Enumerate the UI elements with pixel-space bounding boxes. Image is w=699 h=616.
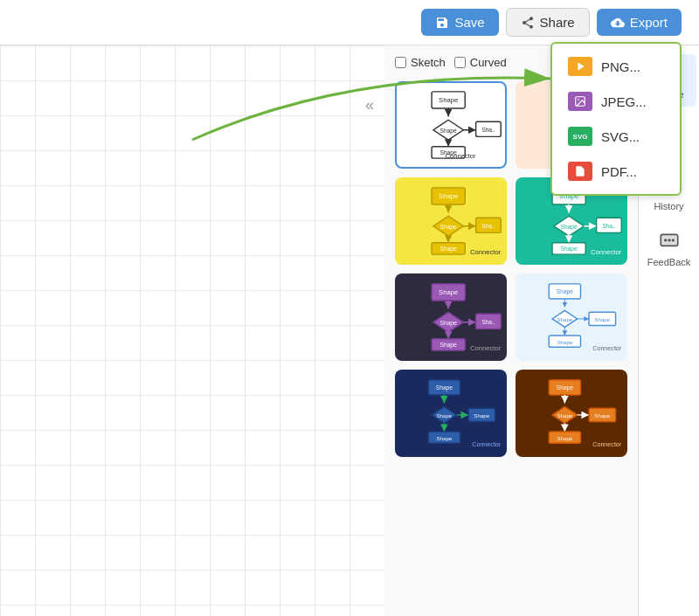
export-png-item[interactable]: PNG... bbox=[552, 49, 680, 84]
export-dropdown: PNG... JPEG... SVG SVG... PDF... bbox=[550, 42, 682, 196]
svg-point-110 bbox=[671, 239, 674, 241]
svg-text:Shape: Shape bbox=[439, 96, 458, 104]
sidebar-feedback-label: FeedBack bbox=[647, 257, 691, 267]
theme-card-default-inner: Shape Shape Sha.. bbox=[397, 83, 505, 167]
svg-text:Shape: Shape bbox=[436, 412, 452, 419]
png-icon bbox=[568, 57, 592, 76]
curved-checkbox-label[interactable]: Curved bbox=[454, 56, 507, 69]
svg-text:Connector: Connector bbox=[470, 248, 502, 256]
export-button[interactable]: Export bbox=[597, 9, 682, 36]
svg-text:Shape: Shape bbox=[561, 224, 578, 231]
theme-diagram-default: Shape Shape Sha.. bbox=[397, 87, 505, 163]
svg-text:Sha..: Sha.. bbox=[481, 319, 495, 325]
svg-text:Shape: Shape bbox=[594, 412, 610, 419]
theme-card-default[interactable]: Shape Shape Sha.. bbox=[395, 81, 507, 169]
theme-diagram-dark-brown: Shape Shape Shape Shape Connector bbox=[517, 375, 626, 452]
toolbar: Save Share Export bbox=[0, 0, 699, 45]
theme-card-light-blue-inner: Shape Shape Shape Shape Connector bbox=[517, 275, 626, 359]
theme-diagram-light-blue: Shape Shape Shape Shape Connector bbox=[517, 279, 626, 356]
theme-card-dark-brown-inner: Shape Shape Shape Shape Connector bbox=[517, 371, 626, 455]
svg-text:Shape: Shape bbox=[440, 342, 458, 349]
sketch-label: Sketch bbox=[411, 56, 446, 69]
svg-text:Shape: Shape bbox=[474, 412, 489, 419]
svg-text:Connector: Connector bbox=[592, 441, 622, 448]
svg-text:Shape: Shape bbox=[436, 384, 453, 391]
sketch-checkbox-label[interactable]: Sketch bbox=[395, 56, 446, 69]
export-label: Export bbox=[630, 15, 668, 30]
save-button[interactable]: Save bbox=[421, 9, 498, 36]
theme-card-dark-brown[interactable]: Shape Shape Shape Shape Connector bbox=[516, 370, 627, 457]
svg-point-108 bbox=[664, 239, 667, 241]
svg-text:Shape: Shape bbox=[436, 435, 452, 441]
theme-diagram-dark: Shape Shape Sha.. Shape Connector bbox=[397, 279, 505, 356]
canvas-area[interactable]: « bbox=[0, 45, 384, 616]
svg-text:Shape: Shape bbox=[440, 246, 458, 253]
jpeg-icon bbox=[568, 92, 592, 111]
sidebar-history-label: History bbox=[654, 201, 683, 211]
share-icon bbox=[521, 16, 535, 30]
svg-text:Shape: Shape bbox=[439, 192, 458, 200]
svg-text:Shape: Shape bbox=[557, 412, 572, 419]
export-svg-item[interactable]: SVG SVG... bbox=[552, 119, 680, 154]
export-jpeg-item[interactable]: JPEG... bbox=[552, 84, 680, 119]
svg-point-109 bbox=[668, 239, 670, 241]
theme-card-yellow-inner: Shape Shape Sha.. Shape Connector bbox=[397, 179, 505, 263]
export-icon bbox=[611, 16, 625, 30]
save-icon bbox=[435, 16, 449, 30]
export-pdf-item[interactable]: PDF... bbox=[552, 154, 680, 189]
svg-text:Shape: Shape bbox=[439, 288, 458, 296]
svg-text:Shape: Shape bbox=[557, 384, 574, 391]
svg-label: SVG... bbox=[601, 129, 640, 144]
svg-text:Shape: Shape bbox=[440, 128, 458, 135]
svg-point-1 bbox=[578, 99, 579, 100]
share-label: Share bbox=[540, 15, 575, 30]
curved-checkbox[interactable] bbox=[454, 57, 466, 68]
collapse-button[interactable]: « bbox=[365, 96, 374, 114]
svg-text:Shape: Shape bbox=[561, 246, 578, 253]
theme-diagram-yellow: Shape Shape Sha.. Shape Connector bbox=[397, 183, 505, 260]
svg-text:Shape: Shape bbox=[440, 320, 458, 327]
png-label: PNG... bbox=[601, 59, 640, 74]
svg-text:Connector: Connector bbox=[592, 345, 622, 352]
theme-card-dark[interactable]: Shape Shape Sha.. Shape Connector bbox=[395, 273, 507, 361]
svg-text:Sha..: Sha.. bbox=[602, 223, 616, 229]
svg-text:Connector: Connector bbox=[591, 248, 622, 256]
share-button[interactable]: Share bbox=[506, 8, 590, 37]
theme-card-dark-inner: Shape Shape Sha.. Shape Connector bbox=[397, 275, 505, 359]
jpeg-label: JPEG... bbox=[601, 94, 647, 109]
svg-text:Sha..: Sha.. bbox=[481, 127, 495, 133]
svg-text:Connector: Connector bbox=[445, 152, 476, 160]
save-label: Save bbox=[454, 15, 484, 30]
svg-text:Shape: Shape bbox=[557, 435, 572, 441]
pdf-icon bbox=[568, 162, 592, 181]
theme-card-yellow[interactable]: Shape Shape Sha.. Shape Connector bbox=[395, 177, 507, 265]
pdf-label: PDF... bbox=[601, 164, 637, 179]
svg-text:Connector: Connector bbox=[472, 441, 502, 448]
sidebar-item-feedback[interactable]: FeedBack bbox=[642, 222, 696, 274]
sketch-checkbox[interactable] bbox=[395, 57, 406, 68]
theme-card-navy-inner: Shape Shape Shape Shape Connector bbox=[397, 371, 505, 455]
curved-label: Curved bbox=[470, 56, 507, 69]
svg-text:Shape: Shape bbox=[557, 339, 572, 345]
theme-card-light-blue[interactable]: Shape Shape Shape Shape Connector bbox=[516, 273, 627, 361]
theme-card-navy[interactable]: Shape Shape Shape Shape Connector bbox=[395, 370, 507, 457]
feedback-icon bbox=[657, 229, 682, 253]
theme-diagram-navy: Shape Shape Shape Shape Connector bbox=[397, 375, 505, 452]
svg-text:Shape: Shape bbox=[440, 224, 458, 231]
svg-icon: SVG bbox=[568, 127, 592, 146]
svg-text:Shape: Shape bbox=[557, 316, 572, 322]
svg-text:Shape: Shape bbox=[594, 316, 610, 322]
svg-text:Connector: Connector bbox=[470, 344, 502, 352]
svg-text:Sha..: Sha.. bbox=[481, 223, 495, 229]
svg-text:Shape: Shape bbox=[557, 288, 574, 295]
